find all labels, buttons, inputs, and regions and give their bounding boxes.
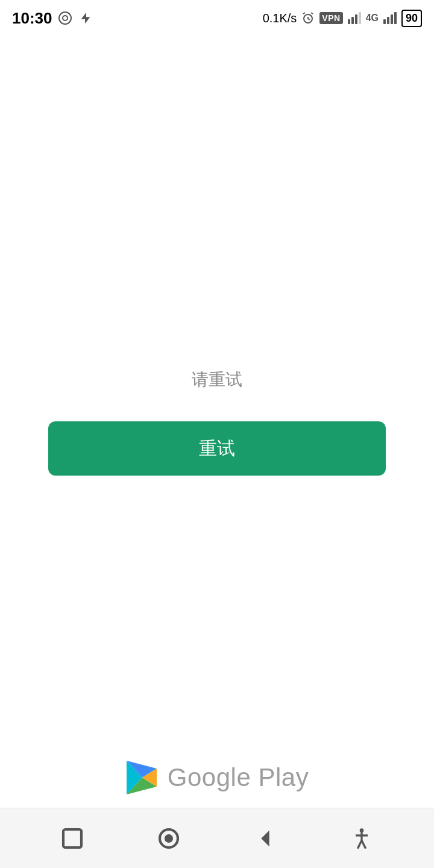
svg-rect-12: [383, 19, 386, 24]
svg-marker-23: [261, 830, 269, 846]
svg-rect-11: [359, 12, 361, 24]
vpn-icon: VPN: [319, 12, 342, 24]
google-play-footer: Google Play: [0, 760, 434, 796]
signal-icon: [347, 10, 362, 26]
svg-rect-10: [355, 14, 357, 24]
svg-point-1: [63, 16, 68, 20]
home-button[interactable]: [148, 817, 190, 860]
svg-line-5: [308, 19, 310, 20]
signal-icon-2: [382, 10, 398, 26]
retry-message: 请重试: [192, 368, 242, 391]
svg-point-0: [59, 12, 71, 24]
svg-rect-20: [63, 829, 81, 848]
svg-rect-15: [394, 12, 397, 24]
status-time: 10:30: [12, 9, 52, 28]
svg-rect-14: [391, 14, 393, 24]
svg-point-22: [166, 835, 172, 841]
status-right: 0.1K/s VPN 4G: [263, 10, 422, 27]
svg-rect-8: [348, 19, 350, 24]
status-left: 10:30: [12, 9, 93, 28]
nav-bar: [0, 808, 434, 868]
status-bar: 10:30 0.1K/s VPN: [0, 0, 434, 36]
svg-line-7: [311, 13, 313, 14]
recents-button[interactable]: [51, 817, 93, 860]
circle-status-icon: [57, 10, 73, 26]
network-type: 4G: [366, 13, 379, 24]
alarm-icon: [300, 10, 316, 26]
accessibility-button[interactable]: [341, 817, 383, 860]
svg-rect-13: [387, 17, 389, 24]
svg-line-27: [357, 840, 362, 848]
google-play-icon: [125, 760, 158, 796]
svg-line-28: [362, 840, 366, 848]
google-play-text: Google Play: [168, 763, 309, 792]
network-speed: 0.1K/s: [263, 11, 297, 25]
svg-marker-2: [81, 13, 90, 24]
main-content: 请重试 重试: [0, 36, 434, 808]
retry-button[interactable]: 重试: [48, 421, 386, 476]
svg-rect-9: [351, 17, 354, 24]
svg-line-6: [303, 13, 305, 14]
svg-point-24: [360, 828, 364, 832]
battery-indicator: 90: [401, 10, 422, 27]
bolt-icon: [78, 10, 93, 26]
back-button[interactable]: [244, 817, 286, 860]
